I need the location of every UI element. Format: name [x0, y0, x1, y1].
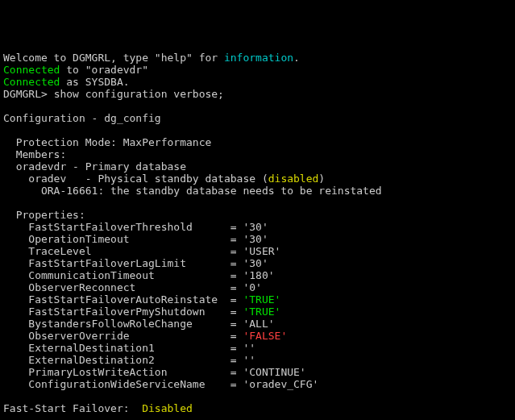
prop-val-ObserverOverride: 'FALSE': [243, 330, 287, 342]
prop-val-FastStartFailoverLagLimit: '30': [243, 257, 268, 269]
connected-word: Connected: [3, 64, 60, 76]
prop-val-FastStartFailoverThreshold: '30': [243, 221, 268, 233]
info-link: information: [224, 52, 293, 64]
prop-val-TraceLevel: 'USER': [243, 245, 280, 257]
prop-val-PrimaryLostWriteAction: 'CONTINUE': [243, 366, 305, 378]
ora-message: ORA-16661: the standby database needs to…: [3, 185, 382, 197]
prop-val-OperationTimeout: '30': [243, 233, 268, 245]
prop-OperationTimeout: OperationTimeout =: [3, 233, 243, 245]
prop-val-CommunicationTimeout: '180': [243, 269, 274, 281]
prop-val-FastStartFailoverAutoReinstate: 'TRUE': [243, 293, 280, 306]
prop-ObserverOverride: ObserverOverride =: [3, 330, 243, 342]
fsf-value: Disabled: [142, 402, 193, 414]
standby-db-line: oradev - Physical standby database (: [3, 173, 268, 185]
members-header: Members:: [3, 148, 66, 160]
prop-val-BystandersFollowRoleChange: 'ALL': [243, 318, 274, 330]
disabled-word: disabled: [268, 173, 319, 185]
config-title: Configuration - dg_config: [3, 112, 161, 124]
prop-CommunicationTimeout: CommunicationTimeout =: [3, 269, 243, 281]
prop-FastStartFailoverLagLimit: FastStartFailoverLagLimit =: [3, 257, 243, 269]
prop-val-FastStartFailoverPmyShutdown: 'TRUE': [243, 306, 280, 318]
protection-mode: Protection Mode: MaxPerformance: [3, 136, 211, 148]
prop-val-ConfigurationWideServiceName: 'oradev_CFG': [243, 378, 318, 390]
prop-FastStartFailoverThreshold: FastStartFailoverThreshold =: [3, 221, 243, 233]
prop-val-ExternalDestination2: '': [243, 354, 255, 366]
terminal-output: Welcome to DGMGRL, type "help" for infor…: [3, 52, 512, 420]
primary-db-line: oradevdr - Primary database: [3, 160, 186, 173]
fsf-label: Fast-Start Failover:: [3, 402, 142, 414]
prop-val-ExternalDestination1: '': [243, 342, 255, 354]
dgmgrl-prompt: DGMGRL>: [3, 88, 54, 100]
prop-TraceLevel: TraceLevel =: [3, 245, 243, 257]
properties-header: Properties:: [3, 209, 85, 221]
prop-FastStartFailoverAutoReinstate: FastStartFailoverAutoReinstate =: [3, 293, 243, 306]
prop-PrimaryLostWriteAction: PrimaryLostWriteAction =: [3, 366, 243, 378]
prop-val-ObserverReconnect: '0': [243, 281, 261, 293]
prop-ConfigurationWideServiceName: ConfigurationWideServiceName =: [3, 378, 243, 390]
prop-ObserverReconnect: ObserverReconnect =: [3, 281, 243, 293]
command-text: show configuration verbose;: [54, 88, 224, 100]
prop-BystandersFollowRoleChange: BystandersFollowRoleChange =: [3, 318, 243, 330]
prop-ExternalDestination2: ExternalDestination2 =: [3, 354, 243, 366]
welcome-text: Welcome to DGMGRL, type "help" for: [3, 52, 224, 64]
prop-FastStartFailoverPmyShutdown: FastStartFailoverPmyShutdown =: [3, 306, 243, 318]
connected-word: Connected: [3, 76, 60, 88]
prop-ExternalDestination1: ExternalDestination1 =: [3, 342, 243, 354]
